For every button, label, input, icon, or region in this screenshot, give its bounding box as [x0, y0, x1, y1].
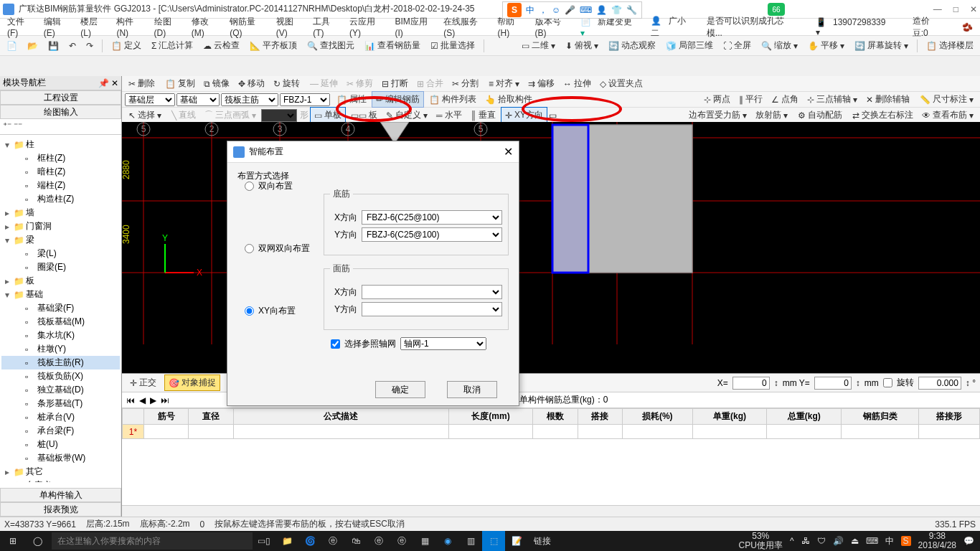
parallel-button[interactable]: ∥ 平行: [735, 92, 766, 107]
snap-toggle[interactable]: 🎯 对象捕捉: [164, 375, 220, 391]
start-button[interactable]: ⊞: [0, 531, 26, 551]
tree-collapse-icon[interactable]: ⁻⁻: [14, 121, 22, 131]
select-floor-button[interactable]: 📋 选择楼层: [923, 38, 977, 53]
tree-item[interactable]: ▫独立基础(D): [1, 383, 120, 397]
ime-punct-icon[interactable]: ，: [539, 4, 547, 17]
top-x-select[interactable]: [362, 285, 502, 299]
menu-file[interactable]: 文件(F): [3, 16, 39, 38]
ok-button[interactable]: 确定: [375, 381, 425, 398]
edit-rebar-button[interactable]: ✏ 编辑钢筋: [372, 91, 424, 108]
tray-net-icon[interactable]: 🖧: [801, 536, 810, 546]
h-scrollbar[interactable]: [122, 505, 980, 517]
tree-item[interactable]: ▫桩承台(V): [1, 410, 120, 424]
open-file-icon[interactable]: 📂: [24, 39, 42, 52]
menu-draw[interactable]: 绘图(D): [150, 16, 187, 38]
menu-edit[interactable]: 编辑(E): [39, 16, 76, 38]
menu-component[interactable]: 构件(N): [112, 16, 149, 38]
properties-button[interactable]: 📋 属性: [333, 92, 370, 107]
single-component-tab[interactable]: 单构件输入: [0, 488, 121, 502]
radial-rebar-button[interactable]: 放射筋 ▾: [752, 108, 791, 123]
user-label[interactable]: 👤 广小二: [646, 15, 702, 39]
store-icon[interactable]: 🛍: [344, 531, 367, 551]
auto-rebar-button[interactable]: ⚙ 自动配筋: [794, 108, 846, 123]
select-tool[interactable]: ↖ 选择 ▾: [125, 108, 165, 123]
tree-item[interactable]: ▫圈梁(E): [1, 260, 120, 274]
link-label[interactable]: 链接: [534, 535, 551, 547]
line-tool[interactable]: ╲ 直线: [168, 108, 199, 123]
trim-button[interactable]: ✂ 修剪: [343, 76, 377, 91]
tree-item[interactable]: ▾📁柱: [1, 138, 120, 151]
ime-keyboard-icon[interactable]: ⌨: [580, 5, 592, 15]
tree-item[interactable]: ▫条形基础(T): [1, 397, 120, 410]
edge2-icon[interactable]: ⓔ: [367, 531, 390, 551]
y-input[interactable]: [814, 377, 852, 390]
component-list-button[interactable]: 📋 构件列表: [425, 92, 480, 107]
tree-item[interactable]: ▸📁门窗洞: [1, 220, 120, 233]
tree-item[interactable]: ▾📁梁: [1, 233, 120, 247]
menu-online[interactable]: 在线服务(S): [439, 16, 493, 38]
move-button[interactable]: ✥ 移动: [235, 76, 268, 91]
explorer-icon[interactable]: 📁: [275, 531, 298, 551]
custom-button[interactable]: ✎ 自定义 ▾: [382, 108, 431, 123]
dialog-close-button[interactable]: ✕: [504, 145, 513, 159]
menu-floor[interactable]: 楼层(L): [76, 16, 112, 38]
ie-icon[interactable]: ⓔ: [390, 531, 413, 551]
single-board-button[interactable]: ▭ 单板: [310, 107, 346, 123]
dimension-button[interactable]: 📏 尺寸标注 ▾: [916, 92, 977, 107]
find-element-button[interactable]: 🔍 查找图元: [303, 38, 358, 53]
app4-icon[interactable]: 📝: [505, 531, 528, 551]
align-button[interactable]: ≡ 对齐 ▾: [485, 76, 523, 91]
menu-rebar[interactable]: 钢筋量(Q): [225, 16, 272, 38]
tree-item[interactable]: ▸📁其它: [1, 465, 120, 479]
maximize-button[interactable]: □: [953, 4, 958, 14]
ggj-icon[interactable]: ⬚: [482, 531, 505, 551]
copy-button[interactable]: 📋 复制: [161, 76, 199, 91]
edge-rebar-button[interactable]: 边布置受力筋 ▾: [685, 108, 750, 123]
tree-item[interactable]: ▫梁(L): [1, 247, 120, 260]
sogou-ime-icon[interactable]: S: [507, 3, 522, 17]
ime-person-icon[interactable]: 👤: [596, 5, 607, 15]
cancel-button[interactable]: 取消: [447, 381, 497, 398]
extend-button[interactable]: — 延伸: [306, 76, 341, 91]
tree-item[interactable]: ▫柱墩(Y): [1, 342, 120, 356]
ime-smile-icon[interactable]: ☺: [552, 5, 560, 15]
swap-label-button[interactable]: ⇄ 交换左右标注: [849, 108, 917, 123]
app2-icon[interactable]: ◉: [436, 531, 459, 551]
arc-tool[interactable]: ⌒ 三点画弧 ▾: [201, 108, 260, 123]
menu-version[interactable]: 版本号(B): [531, 16, 576, 38]
redo-icon[interactable]: ↷: [83, 39, 97, 52]
offset-button[interactable]: ⇉ 偏移: [524, 76, 558, 91]
notification-icon[interactable]: 💬: [963, 536, 974, 546]
radio-double-net[interactable]: 双网双向布置: [245, 242, 310, 255]
define-button[interactable]: 📋 定义: [108, 38, 145, 53]
break-button[interactable]: ⊟ 打断: [378, 76, 412, 91]
tree-item[interactable]: ▫筏板主筋(R): [1, 356, 120, 369]
new-change-button[interactable]: 📄 新建变更 ▾: [576, 16, 647, 38]
tray-keyboard-icon[interactable]: ⌨: [866, 536, 878, 546]
cortana-icon[interactable]: ◯: [26, 531, 49, 551]
zoom-button[interactable]: 🔍 缩放 ▾: [758, 38, 801, 53]
new-file-icon[interactable]: 📄: [3, 39, 21, 52]
last-button[interactable]: ⏭: [161, 395, 169, 405]
fullscreen-button[interactable]: ⛶ 全屏: [720, 38, 755, 53]
tray-shield-icon[interactable]: 🛡: [817, 536, 826, 546]
screen-rotate-button[interactable]: 🔄 屏幕旋转 ▾: [851, 38, 912, 53]
radio-xy[interactable]: XY向布置: [245, 305, 310, 317]
ime-shirt-icon[interactable]: 👕: [611, 5, 622, 15]
merge-button[interactable]: ⊞ 合并: [413, 76, 447, 91]
split-button[interactable]: ✂ 分割: [448, 76, 482, 91]
tree-item[interactable]: ▫基础板带(W): [1, 451, 120, 465]
sum-calc-button[interactable]: Σ 汇总计算: [148, 38, 197, 53]
first-button[interactable]: ⏮: [126, 395, 135, 405]
layer-select[interactable]: 基础层: [125, 93, 175, 106]
pick-component-button[interactable]: 👆 拾取构件: [481, 92, 536, 107]
ime-mic-icon[interactable]: 🎤: [565, 5, 575, 15]
tree-item[interactable]: ▸📁板: [1, 274, 120, 288]
ref-grid-select[interactable]: 轴网-1: [400, 337, 486, 350]
panel-pin-icon[interactable]: 📌 ✕: [98, 78, 118, 88]
tree-item[interactable]: ▸📁墙: [1, 206, 120, 220]
app3-icon[interactable]: ▥: [459, 531, 482, 551]
tree-item[interactable]: ▫端柱(Z): [1, 179, 120, 192]
top-view-button[interactable]: ⬇ 俯视 ▾: [562, 38, 602, 53]
menu-help[interactable]: 帮助(H): [493, 16, 530, 38]
